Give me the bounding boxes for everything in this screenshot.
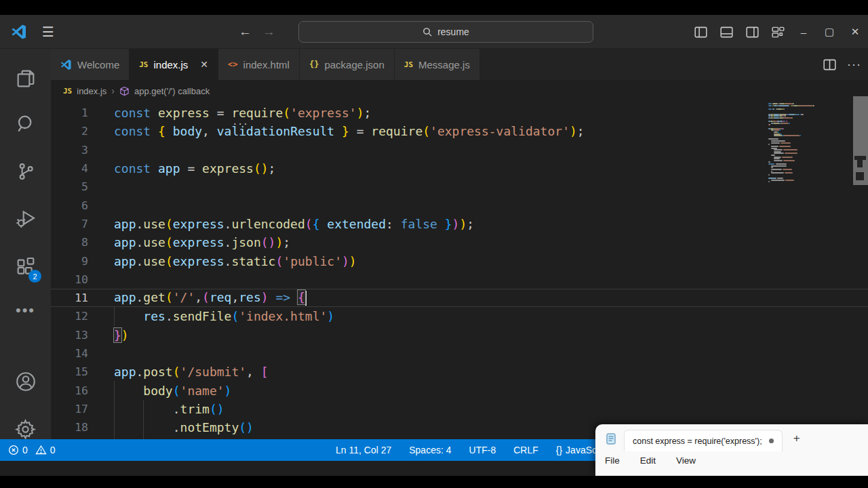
minimap-line	[778, 105, 790, 106]
breadcrumb-file[interactable]: index.js	[77, 86, 106, 96]
title-bar: ☰ ← → resume	[0, 15, 868, 49]
status-cursor-position[interactable]: Ln 11, Col 27	[336, 445, 391, 455]
minimap-line	[789, 114, 794, 115]
code-line-17[interactable]: 17 .trim()	[51, 400, 868, 418]
code-line-10[interactable]: 10	[51, 270, 868, 289]
status-encoding[interactable]: UTF-8	[469, 445, 496, 455]
code-token: ,	[246, 365, 261, 379]
code-token: app	[114, 217, 136, 231]
code-token: {	[158, 124, 165, 138]
activity-bar: 2 •••	[0, 49, 51, 454]
code-token: .	[165, 309, 173, 323]
code-token	[114, 384, 143, 398]
breadcrumb-symbol[interactable]: app.get('/') callback	[134, 86, 210, 96]
code-text: body('name')	[114, 384, 231, 398]
toggle-primary-sidebar-icon[interactable]	[688, 15, 713, 49]
window-close-button[interactable]: ✕	[842, 15, 868, 49]
tab-index-js[interactable]: JSindex.js✕	[130, 49, 218, 80]
code-line-15[interactable]: 15app.post('/submit', [	[51, 363, 868, 381]
tab-welcome[interactable]: Welcome	[51, 49, 130, 80]
code-line-12[interactable]: 12 res.sendFile('index.html')	[51, 307, 868, 325]
notepad-tab[interactable]: const express = require('express');	[624, 430, 783, 451]
code-line-14[interactable]: 14	[51, 344, 868, 363]
code-token	[319, 217, 327, 231]
code-token: )	[349, 254, 357, 268]
code-line-6[interactable]: 6	[51, 196, 868, 214]
code-token: )	[327, 309, 334, 323]
code-line-11[interactable]: 11app.get('/',(req,res) => {	[51, 289, 868, 307]
nav-back-icon[interactable]: ←	[239, 24, 252, 39]
tab-index-html[interactable]: <>index.html	[218, 49, 300, 80]
code-token: (	[165, 254, 173, 268]
notepad-menu-edit[interactable]: Edit	[640, 455, 656, 466]
notepad-overlay-window[interactable]: const express = require('express'); + Fi…	[595, 424, 868, 476]
code-token: ,	[202, 124, 217, 138]
indent-guide	[114, 418, 115, 436]
code-token: =	[349, 124, 372, 138]
tab-package-json[interactable]: {}package.json	[300, 49, 395, 80]
code-token: .	[224, 235, 232, 249]
code-editor[interactable]: 1const express = require('express');2con…	[51, 102, 868, 454]
run-debug-icon[interactable]	[0, 201, 51, 237]
status-eol[interactable]: CRLF	[513, 445, 538, 455]
code-line-5[interactable]: 5	[51, 178, 868, 196]
code-token: post	[143, 365, 172, 379]
line-number: 9	[51, 255, 88, 268]
search-view-icon[interactable]	[0, 106, 51, 142]
code-line-4[interactable]: 4const app = express();	[51, 159, 868, 178]
extensions-icon[interactable]: 2	[0, 249, 51, 284]
code-line-16[interactable]: 16 body('name')	[51, 381, 868, 399]
minimap-line	[774, 160, 783, 161]
split-editor-icon[interactable]	[823, 58, 836, 71]
line-number: 10	[51, 273, 88, 286]
code-text: const express = require('express');	[114, 106, 371, 120]
tab-close-icon[interactable]: ✕	[200, 59, 208, 70]
toggle-panel-icon[interactable]	[713, 15, 739, 49]
code-line-2[interactable]: 2const { body, validationResult } = requ…	[51, 122, 868, 140]
code-token: (	[283, 106, 290, 120]
code-text: app.use(express.json());	[114, 235, 290, 249]
code-token: .	[136, 365, 144, 379]
toggle-secondary-sidebar-icon[interactable]	[739, 15, 765, 49]
more-actions-icon[interactable]: ···	[847, 58, 861, 72]
code-token: .	[114, 402, 180, 416]
code-line-7[interactable]: 7app.use(express.urlencoded({ extended: …	[51, 215, 868, 233]
code-token: 'express'	[290, 106, 357, 120]
code-token: ;	[467, 217, 474, 231]
code-token: }	[445, 217, 452, 231]
explorer-icon[interactable]	[0, 61, 51, 96]
code-line-3[interactable]: 3	[51, 141, 868, 159]
code-line-9[interactable]: 9app.use(express.static('public'))	[51, 251, 868, 270]
code-token: (	[275, 254, 283, 268]
menu-hamburger-icon[interactable]: ☰	[42, 24, 54, 40]
notepad-new-tab-button[interactable]: +	[793, 432, 800, 445]
source-control-icon[interactable]	[0, 154, 51, 189]
code-line-13[interactable]: 13})	[51, 326, 868, 344]
customize-layout-icon[interactable]	[765, 15, 791, 49]
more-views-icon[interactable]: •••	[0, 293, 51, 328]
window-minimize-button[interactable]: –	[791, 15, 816, 49]
minimap-line	[789, 123, 790, 124]
code-line-1[interactable]: 1const express = require('express');	[51, 104, 868, 122]
indent-guide	[114, 400, 115, 418]
notepad-menu-file[interactable]: File	[605, 455, 620, 466]
minimap-line	[774, 105, 776, 106]
status-indentation[interactable]: Spaces: 4	[409, 445, 451, 455]
notepad-menu-view[interactable]: View	[676, 455, 696, 466]
nav-forward-icon[interactable]: →	[262, 24, 275, 39]
tab-message-js[interactable]: JSMessage.js	[395, 49, 480, 80]
line-number: 1	[51, 106, 88, 119]
code-token: res	[143, 309, 165, 323]
minimap-line	[799, 105, 812, 106]
code-line-8[interactable]: 8app.use(express.json());	[51, 233, 868, 251]
problems-indicator[interactable]: 0 0	[8, 445, 56, 455]
window-maximize-button[interactable]: ▢	[816, 15, 842, 49]
code-token: urlencoded	[231, 217, 304, 231]
minimap[interactable]	[768, 103, 836, 300]
code-token: =	[210, 106, 232, 120]
code-token: app	[114, 365, 136, 379]
code-token: =	[180, 161, 203, 176]
code-text: app.use(express.static('public'))	[114, 254, 357, 268]
accounts-icon[interactable]	[0, 364, 51, 399]
command-center-search[interactable]: resume	[298, 21, 593, 43]
